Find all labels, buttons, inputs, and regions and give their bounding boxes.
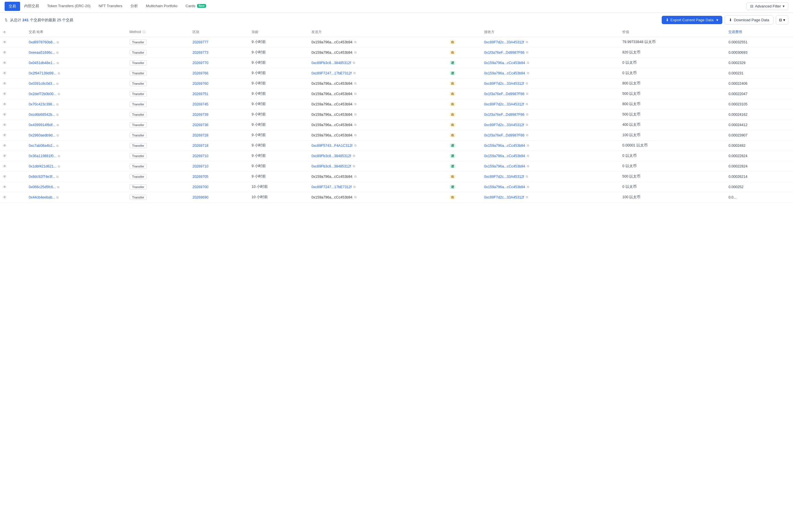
row-eye-icon[interactable]: 👁 [3, 185, 6, 189]
copy-sender-icon[interactable]: ⧉ [354, 81, 357, 85]
receiver-link[interactable]: 0xc89F7d2c...33A45312f [484, 175, 524, 179]
copy-receiver-icon[interactable]: ⧉ [526, 40, 528, 44]
copy-hash-icon[interactable]: ⧉ [56, 175, 59, 178]
block-link[interactable]: 20269751 [192, 92, 209, 96]
row-eye-icon[interactable]: 👁 [3, 61, 6, 65]
copy-hash-icon[interactable]: ⧉ [57, 40, 59, 44]
block-link[interactable]: 20269700 [192, 185, 209, 189]
row-eye-icon[interactable]: 👁 [3, 123, 6, 127]
tx-hash-link[interactable]: 0x36a119881f0... [29, 154, 57, 158]
copy-sender-icon[interactable]: ⧉ [353, 154, 355, 158]
receiver-link[interactable]: 0x159a796a...cCc453b94 [484, 144, 525, 148]
copy-sender-icon[interactable]: ⧉ [353, 185, 356, 189]
tx-hash-link[interactable]: 0x0451db48e1... [29, 61, 55, 65]
block-link[interactable]: 20269739 [192, 113, 209, 117]
copy-hash-icon[interactable]: ⧉ [56, 144, 59, 147]
receiver-link[interactable]: 0x1f3a76eF...Dd9987F86 [484, 51, 524, 55]
copy-receiver-icon[interactable]: ⧉ [526, 81, 528, 85]
copy-hash-icon[interactable]: ⧉ [56, 82, 59, 85]
sender-link[interactable]: 0xc89Fb3c8...38485312f [311, 154, 351, 158]
export-button[interactable]: ⬇ Export Current Page Data ▾ [662, 16, 723, 24]
nav-tab-internal[interactable]: 内部交易 [20, 0, 43, 13]
copy-receiver-icon[interactable]: ⧉ [526, 51, 528, 54]
filter-button[interactable]: ⊟ ▾ [776, 16, 788, 24]
copy-receiver-icon[interactable]: ⧉ [527, 61, 529, 64]
block-link[interactable]: 20269773 [192, 51, 209, 55]
copy-hash-icon[interactable]: ⧉ [58, 72, 60, 75]
tx-hash-link[interactable]: 0x4399914f8df... [29, 123, 55, 127]
tx-hash-link[interactable]: 0x2960aedb9d... [29, 133, 55, 137]
row-eye-icon[interactable]: 👁 [3, 133, 6, 137]
tx-hash-link[interactable]: 0x2f947139d99... [29, 71, 57, 75]
copy-receiver-icon[interactable]: ⧉ [527, 71, 529, 75]
copy-hash-icon[interactable]: ⧉ [56, 113, 59, 116]
receiver-link[interactable]: 0x159a796a...cCc453b94 [484, 154, 525, 158]
block-link[interactable]: 20269736 [192, 123, 209, 127]
copy-hash-icon[interactable]: ⧉ [57, 134, 59, 137]
sender-link[interactable]: 0xc89Fb3c8...38485312f [311, 164, 351, 168]
copy-hash-icon[interactable]: ⧉ [56, 51, 59, 54]
tx-hash-link[interactable]: 0xc7ab08a4b2... [29, 144, 55, 148]
copy-receiver-icon[interactable]: ⧉ [526, 195, 528, 199]
copy-sender-icon[interactable]: ⧉ [354, 102, 357, 106]
receiver-link[interactable]: 0x159a796a...cCc453b94 [484, 61, 525, 65]
tx-hash-link[interactable]: 0x066c25d5fc6... [29, 185, 56, 189]
row-eye-icon[interactable]: 👁 [3, 154, 6, 158]
nav-tab-erc20[interactable]: Token Transfers (ERC-20) [43, 0, 95, 13]
receiver-link[interactable]: 0xc89F7d2c...33A45312f [484, 195, 524, 200]
tx-hash-link[interactable]: 0x0391c8c0d3... [29, 81, 55, 86]
receiver-link[interactable]: 0xc89F7d2c...33A45312f [484, 123, 524, 127]
copy-hash-icon[interactable]: ⧉ [58, 154, 60, 158]
copy-sender-icon[interactable]: ⧉ [354, 123, 357, 127]
block-link[interactable]: 20269728 [192, 133, 209, 137]
copy-receiver-icon[interactable]: ⧉ [527, 164, 529, 168]
nav-tab-tx[interactable]: 交易 [5, 2, 20, 11]
block-link[interactable]: 20269710 [192, 154, 209, 158]
sender-link[interactable]: 0xc89Fb3c8...38485312f [311, 61, 351, 65]
copy-hash-icon[interactable]: ⧉ [58, 92, 60, 96]
row-eye-icon[interactable]: 👁 [3, 81, 6, 86]
row-eye-icon[interactable]: 👁 [3, 102, 6, 106]
copy-sender-icon[interactable]: ⧉ [354, 51, 357, 54]
copy-receiver-icon[interactable]: ⧉ [526, 113, 528, 116]
copy-sender-icon[interactable]: ⧉ [354, 40, 357, 44]
nav-tab-nft[interactable]: NFT Transfers [95, 0, 127, 13]
tx-hash-link[interactable]: 0x8dc92f74e3f... [29, 175, 55, 179]
copy-receiver-icon[interactable]: ⧉ [527, 154, 529, 158]
copy-receiver-icon[interactable]: ⧉ [526, 92, 528, 96]
copy-sender-icon[interactable]: ⧉ [354, 175, 357, 178]
tx-hash-link[interactable]: 0xeeaa51696c... [29, 51, 55, 55]
copy-sender-icon[interactable]: ⧉ [354, 195, 357, 199]
download-button[interactable]: ⬇ Download Page Data [724, 16, 773, 24]
block-link[interactable]: 20269766 [192, 71, 209, 75]
receiver-link[interactable]: 0x1f3a76eF...Dd9987F86 [484, 113, 524, 117]
copy-hash-icon[interactable]: ⧉ [56, 102, 59, 106]
sender-link[interactable]: 0xc89F7247...17bE7312f [311, 71, 352, 75]
block-link[interactable]: 20269760 [192, 81, 209, 86]
tx-hash-link[interactable]: 0x1dbf421d621... [29, 164, 57, 168]
receiver-link[interactable]: 0x1f3a76eF...Dd9987F86 [484, 133, 524, 137]
row-eye-icon[interactable]: 👁 [3, 195, 6, 200]
tx-hash-link[interactable]: 0x44cb4eebab... [29, 195, 55, 200]
block-link[interactable]: 20269770 [192, 61, 209, 65]
block-link[interactable]: 20269690 [192, 195, 209, 200]
row-eye-icon[interactable]: 👁 [3, 51, 6, 55]
row-eye-icon[interactable]: 👁 [3, 144, 6, 148]
copy-receiver-icon[interactable]: ⧉ [526, 102, 528, 106]
advanced-filter-button[interactable]: ⊟ Advanced Filter ▾ [747, 2, 788, 10]
copy-hash-icon[interactable]: ⧉ [56, 196, 59, 199]
nav-tab-analytics[interactable]: 分析 [127, 0, 142, 13]
receiver-link[interactable]: 0xc89F7d2c...33A45312f [484, 81, 524, 86]
block-link[interactable]: 20269718 [192, 144, 209, 148]
block-link[interactable]: 20269777 [192, 40, 209, 44]
receiver-link[interactable]: 0xc89F7d2c...33A45312f [484, 102, 524, 106]
sender-link[interactable]: 0xc89F5743...F4A1C312f [311, 144, 352, 148]
copy-receiver-icon[interactable]: ⧉ [527, 185, 529, 189]
receiver-link[interactable]: 0x159a796a...cCc453b94 [484, 71, 525, 75]
row-eye-icon[interactable]: 👁 [3, 113, 6, 117]
row-eye-icon[interactable]: 👁 [3, 175, 6, 179]
copy-hash-icon[interactable]: ⧉ [58, 165, 60, 168]
copy-sender-icon[interactable]: ⧉ [354, 113, 357, 116]
receiver-link[interactable]: 0xc89F7d2c...33A45312f [484, 40, 524, 44]
copy-sender-icon[interactable]: ⧉ [353, 71, 356, 75]
